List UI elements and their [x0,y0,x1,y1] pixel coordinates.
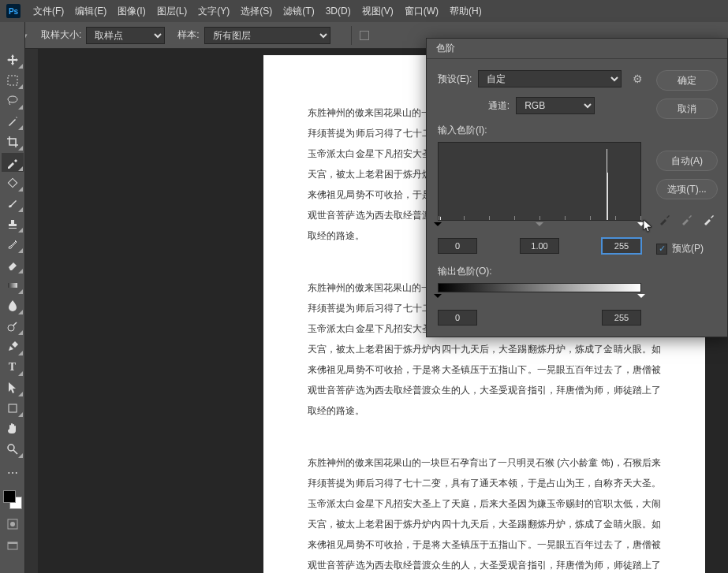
channel-select[interactable]: RGB [516,97,595,114]
app-icon: Ps [6,4,21,18]
stamp-tool[interactable] [2,214,24,233]
svg-rect-5 [9,404,17,412]
tools-panel: T ⋯ [0,22,25,573]
histogram [438,142,641,221]
menu-3d[interactable]: 3D(D) [326,6,351,17]
menu-help[interactable]: 帮助(H) [450,5,482,18]
channel-label: 通道: [488,99,510,113]
dodge-tool[interactable] [2,317,24,336]
gray-point-slider[interactable] [536,222,543,230]
preview-checkbox[interactable]: ✓ [656,244,667,255]
screen-mode-icon[interactable] [5,539,21,553]
black-point-slider[interactable] [434,222,442,230]
preview-label: 预览(P) [672,242,704,255]
eyedropper-tool[interactable] [2,153,24,172]
crop-tool[interactable] [2,132,24,151]
marquee-tool[interactable] [2,71,24,90]
sample-size-label: 取样大小: [41,28,81,42]
output-gradient [438,283,641,292]
menu-select[interactable]: 选择(S) [241,5,272,18]
quick-mask-icon[interactable] [5,517,21,531]
auto-button[interactable]: 自动(A) [656,151,718,171]
preset-label: 预设(E): [438,73,472,86]
svg-point-6 [8,445,14,451]
dialog-title-bar[interactable]: 色阶 [427,39,727,59]
brush-tool[interactable] [2,194,24,213]
menu-type[interactable]: 文字(Y) [198,5,230,18]
levels-dialog: 色阶 预设(E): 自定 ⚙ 通道: RGB 输入色阶(I): [426,38,728,337]
color-swatches[interactable] [3,490,22,509]
divider [351,26,352,45]
input-slider[interactable] [438,224,641,233]
doc-paragraph-3: 东胜神州的傲来国花果山的一块巨石孕育出了一只明灵石猴 (六小龄童 饰)，石猴后来… [308,452,661,573]
ok-button[interactable]: 确定 [656,70,718,91]
input-levels-label: 输入色阶(I): [438,124,645,137]
menu-view[interactable]: 视图(V) [362,5,394,18]
foreground-color-swatch[interactable] [3,490,16,503]
svg-rect-0 [8,76,17,85]
options-button[interactable]: 选项(T)... [656,179,718,199]
white-eyedropper-icon[interactable] [700,210,718,228]
history-brush-tool[interactable] [2,235,24,254]
sample-select[interactable]: 所有图层 [204,27,330,44]
preset-select[interactable]: 自定 [478,70,622,87]
gear-icon[interactable]: ⚙ [629,71,645,87]
dialog-title: 色阶 [436,42,455,55]
path-select-tool[interactable] [2,378,24,397]
input-gamma-field[interactable] [520,238,559,254]
svg-rect-10 [8,542,17,544]
menu-window[interactable]: 窗口(W) [405,5,439,18]
options-checkbox[interactable] [360,31,369,40]
sample-label: 样本: [177,28,199,42]
shape-tool[interactable] [2,399,24,418]
gray-eyedropper-icon[interactable] [678,210,696,228]
black-eyedropper-icon[interactable] [656,210,674,228]
menu-layer[interactable]: 图层(L) [157,5,188,18]
svg-point-8 [10,522,15,526]
pen-tool[interactable] [2,337,24,356]
menu-edit[interactable]: 编辑(E) [75,5,106,18]
svg-rect-3 [8,283,17,288]
output-white-slider[interactable] [637,294,645,302]
svg-point-1 [8,96,17,102]
output-black-field[interactable] [438,310,477,326]
svg-point-4 [8,325,14,331]
hand-tool[interactable] [2,419,24,438]
input-black-field[interactable] [438,238,477,254]
menu-bar: Ps 文件(F) 编辑(E) 图像(I) 图层(L) 文字(Y) 选择(S) 滤… [0,0,728,22]
lasso-tool[interactable] [2,91,24,110]
sample-size-select[interactable]: 取样点 [86,27,165,44]
wand-tool[interactable] [2,112,24,131]
svg-rect-2 [8,178,17,187]
move-tool[interactable] [2,50,24,69]
type-tool[interactable]: T [2,358,24,377]
output-black-slider[interactable] [434,294,442,302]
output-white-field[interactable] [602,310,641,326]
output-levels-label: 输出色阶(O): [438,265,645,278]
edit-toolbar[interactable]: ⋯ [2,463,24,482]
menu-image[interactable]: 图像(I) [118,5,145,18]
blur-tool[interactable] [2,296,24,315]
zoom-tool[interactable] [2,440,24,459]
input-white-field[interactable] [602,238,641,254]
cancel-button[interactable]: 取消 [656,99,718,119]
output-slider[interactable] [438,296,641,305]
gradient-tool[interactable] [2,276,24,295]
cursor-icon [643,219,654,233]
eraser-tool[interactable] [2,255,24,274]
healing-tool[interactable] [2,173,24,192]
menu-file[interactable]: 文件(F) [33,5,64,18]
menu-filter[interactable]: 滤镜(T) [283,5,314,18]
